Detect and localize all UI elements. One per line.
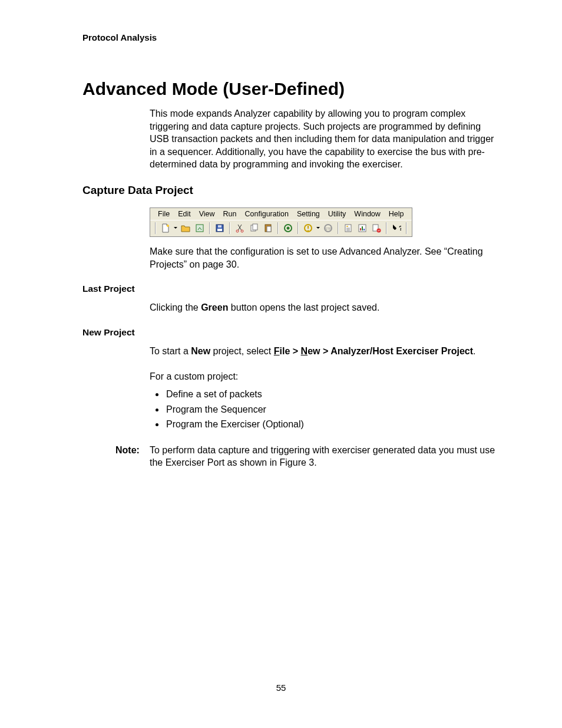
note-label: Note: [115, 444, 150, 469]
stop-icon[interactable]: STP [322, 222, 335, 235]
open-last-project-icon[interactable] [193, 222, 206, 235]
note-body: To perform data capture and triggering w… [150, 444, 497, 469]
svg-rect-21 [362, 226, 363, 230]
cut-icon[interactable] [233, 222, 246, 235]
report-icon[interactable] [342, 222, 355, 235]
page-header: Protocol Analysis [82, 32, 497, 42]
svg-rect-22 [363, 229, 365, 230]
svg-rect-3 [217, 229, 222, 231]
svg-rect-8 [253, 224, 257, 230]
svg-rect-1 [196, 225, 203, 232]
paste-icon[interactable] [262, 222, 275, 235]
menu-setting[interactable]: Setting [293, 209, 324, 219]
menu-run[interactable]: Run [219, 209, 241, 219]
svg-point-0 [167, 225, 169, 227]
svg-rect-10 [267, 226, 271, 232]
menu-help[interactable]: Help [385, 209, 408, 219]
new-dropdown-icon[interactable] [173, 226, 178, 230]
menu-view[interactable]: View [195, 209, 219, 219]
toolbar: STP ? [150, 220, 412, 236]
svg-rect-18 [346, 226, 348, 227]
copy-icon[interactable] [247, 222, 260, 235]
menubar: File Edit View Run Configuration Setting… [150, 208, 412, 220]
exerciser-icon[interactable] [370, 222, 383, 235]
application-screenshot: File Edit View Run Configuration Setting… [150, 207, 497, 237]
menu-window[interactable]: Window [350, 209, 384, 219]
svg-point-6 [241, 230, 243, 232]
menu-edit[interactable]: Edit [174, 209, 195, 219]
record-icon[interactable] [282, 222, 295, 235]
chart-icon[interactable] [356, 222, 369, 235]
save-icon[interactable] [213, 222, 226, 235]
list-item: Program the Exerciser (Optional) [165, 417, 497, 432]
svg-rect-20 [360, 228, 361, 230]
note-row: Note: To perform data capture and trigge… [115, 444, 497, 469]
menu-configuration[interactable]: Configuration [241, 209, 293, 219]
intro-paragraph: This mode expands Analyzer capability by… [150, 107, 497, 171]
page-title: Advanced Mode (User-Defined) [82, 79, 497, 99]
run-dropdown-icon[interactable] [315, 226, 321, 230]
new-project-heading: New Project [82, 327, 497, 338]
last-project-heading: Last Project [82, 284, 497, 294]
list-item: Define a set of packets [165, 387, 497, 402]
menu-utility[interactable]: Utility [324, 209, 351, 219]
svg-text:STP: STP [325, 227, 332, 230]
svg-point-12 [287, 226, 290, 229]
custom-project-intro: For a custom project: [150, 370, 497, 383]
custom-project-list: Define a set of packets Program the Sequ… [150, 387, 497, 432]
svg-point-5 [236, 230, 239, 232]
section-title: Capture Data Project [82, 184, 497, 197]
svg-text:?: ? [399, 225, 401, 232]
last-project-body: Clicking the Green button opens the last… [150, 301, 497, 314]
page-number: 55 [0, 683, 562, 693]
menu-file[interactable]: File [154, 209, 174, 219]
open-folder-icon[interactable] [179, 222, 192, 235]
new-project-start-line: To start a New project, select File > Ne… [150, 345, 497, 358]
run-icon[interactable] [302, 222, 315, 235]
context-help-icon[interactable]: ? [390, 222, 403, 235]
list-item: Program the Sequencer [165, 402, 497, 417]
svg-point-14 [308, 230, 309, 231]
svg-rect-4 [218, 225, 222, 228]
new-document-icon[interactable] [159, 222, 172, 235]
config-note-paragraph: Make sure that the configuration is set … [150, 245, 497, 271]
